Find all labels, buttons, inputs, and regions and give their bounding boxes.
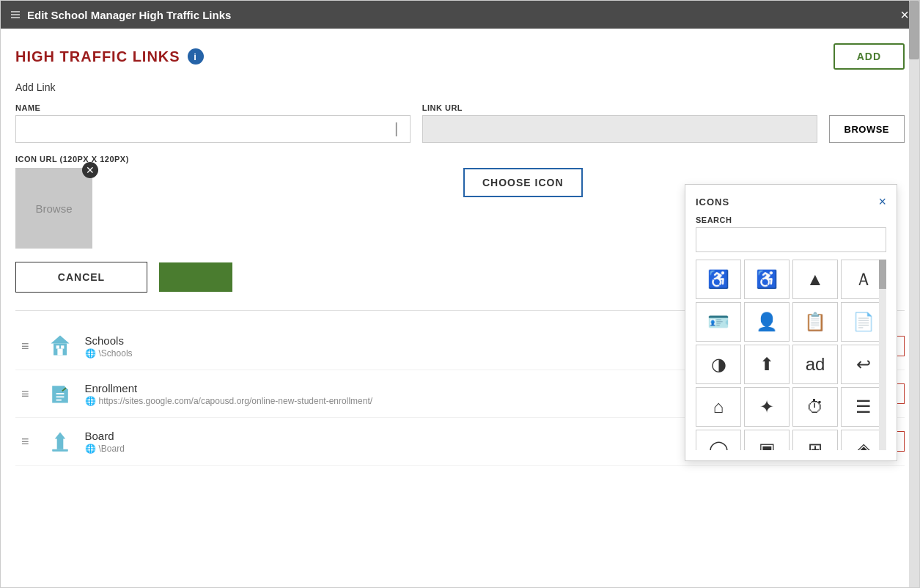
schools-info: Schools 🌐 \Schools <box>85 334 776 359</box>
modal-titlebar: Edit School Manager High Traffic Links × <box>1 1 919 29</box>
svg-rect-4 <box>61 345 64 348</box>
grid2-icon[interactable]: ⊞ <box>792 430 838 450</box>
info-icon[interactable]: i <box>188 48 204 65</box>
enrollment-url-text: https://sites.google.com/a/capousd.org/o… <box>99 396 373 406</box>
board-info: Board 🌐 \Board <box>85 430 776 454</box>
sparkle-icon[interactable]: ✦ <box>744 387 790 427</box>
drag-handle-board[interactable]: ≡ <box>15 434 35 449</box>
airbnb-icon[interactable]: ⌂ <box>696 387 741 427</box>
board-name: Board <box>85 430 776 442</box>
name-input[interactable] <box>15 115 411 143</box>
name-url-row: NAME ▏ LINK URL BROWSE <box>15 103 905 143</box>
drag-handle-schools[interactable]: ≡ <box>15 339 35 354</box>
half-circle-icon[interactable]: ◑ <box>696 345 741 384</box>
icons-popup-close-button[interactable]: × <box>878 195 886 208</box>
add-link-label: Add Link <box>15 81 905 93</box>
icons-popup: ICONS × SEARCH ♿♿▲Ａ🪪👤📋📄◑⬆ad↩⌂✦⏱☰◯▣⊞◈ <box>685 184 897 461</box>
drag-grip <box>11 11 20 18</box>
wheelchair-icon[interactable]: ♿ <box>744 260 790 299</box>
choose-icon-button[interactable]: CHOOSE ICON <box>463 168 583 197</box>
name-input-wrap: ▏ <box>15 115 411 143</box>
icons-search-input[interactable] <box>696 227 886 252</box>
enrollment-info: Enrollment 🌐 https://sites.google.com/a/… <box>85 382 776 406</box>
link-url-group: LINK URL <box>422 103 817 143</box>
link-url-input[interactable] <box>422 115 817 143</box>
accessibility-circle-icon[interactable]: ♿ <box>696 260 741 299</box>
id-card-front-icon[interactable]: 🪪 <box>696 302 741 342</box>
svg-rect-8 <box>52 449 68 452</box>
timer-icon[interactable]: ⏱ <box>792 387 838 427</box>
link-url-label: LINK URL <box>422 103 817 112</box>
svg-rect-3 <box>56 345 59 348</box>
icons-grid-scrollthumb <box>879 260 886 289</box>
enrollment-icon <box>44 378 76 410</box>
schools-name: Schools <box>85 334 776 347</box>
right-scrollbar[interactable] <box>909 1 919 587</box>
icons-popup-title: ICONS <box>696 196 729 207</box>
globe-icon-schools: 🌐 <box>85 348 96 359</box>
icons-grid-wrap: ♿♿▲Ａ🪪👤📋📄◑⬆ad↩⌂✦⏱☰◯▣⊞◈ <box>696 260 886 450</box>
triangle-person-icon[interactable]: ▲ <box>792 260 838 299</box>
section-title-row: HIGH TRAFFIC LINKS i <box>15 48 204 65</box>
up-arrow-circle-icon[interactable]: ⬆ <box>744 345 790 384</box>
svg-rect-2 <box>57 349 62 356</box>
icons-popup-header: ICONS × <box>696 195 886 208</box>
grid-icon[interactable]: ▣ <box>744 430 790 450</box>
board-url: 🌐 \Board <box>85 444 776 454</box>
board-url-text: \Board <box>99 444 125 454</box>
drag-handle-enrollment[interactable]: ≡ <box>15 386 35 402</box>
section-title-text: HIGH TRAFFIC LINKS <box>15 48 180 65</box>
save-button[interactable] <box>159 262 232 292</box>
icon-url-label: ICON URL (120PX X 120PX) <box>15 155 905 163</box>
browse-button[interactable]: BROWSE <box>829 115 905 143</box>
name-group: NAME ▏ <box>15 103 411 143</box>
schools-url: 🌐 \Schools <box>85 348 776 359</box>
modal-window: Edit School Manager High Traffic Links ×… <box>0 0 920 588</box>
icon-browse-text: Browse <box>35 202 72 215</box>
enrollment-name: Enrollment <box>85 382 776 394</box>
enrollment-url: 🌐 https://sites.google.com/a/capousd.org… <box>85 396 776 406</box>
globe-icon-enrollment: 🌐 <box>85 396 96 406</box>
titlebar-left: Edit School Manager High Traffic Links <box>11 9 231 21</box>
svg-marker-1 <box>51 336 69 344</box>
icon-preview-box: ✕ Browse <box>15 168 92 249</box>
section-header: HIGH TRAFFIC LINKS i ADD <box>15 43 905 70</box>
board-icon <box>44 425 76 457</box>
modal-title: Edit School Manager High Traffic Links <box>27 9 231 21</box>
id-card-icon[interactable]: 👤 <box>744 302 790 342</box>
scrollbar-thumb <box>909 1 919 59</box>
icons-search-label: SEARCH <box>696 216 886 224</box>
text-cursor-icon: ▏ <box>396 122 405 136</box>
schools-url-text: \Schools <box>99 348 133 359</box>
ad-icon[interactable]: ad <box>792 345 838 384</box>
icons-grid-scrollbar[interactable] <box>879 260 886 450</box>
circle-icon[interactable]: ◯ <box>696 430 741 450</box>
id-card-detail-icon[interactable]: 📋 <box>792 302 838 342</box>
globe-icon-board: 🌐 <box>85 444 96 454</box>
modal-close-button[interactable]: × <box>900 7 909 22</box>
icons-grid: ♿♿▲Ａ🪪👤📋📄◑⬆ad↩⌂✦⏱☰◯▣⊞◈ <box>696 260 886 450</box>
icon-remove-button[interactable]: ✕ <box>82 162 98 178</box>
add-button[interactable]: ADD <box>833 43 905 70</box>
name-label: NAME <box>15 103 411 112</box>
cancel-button[interactable]: CANCEL <box>15 262 147 293</box>
schools-icon <box>44 330 76 362</box>
